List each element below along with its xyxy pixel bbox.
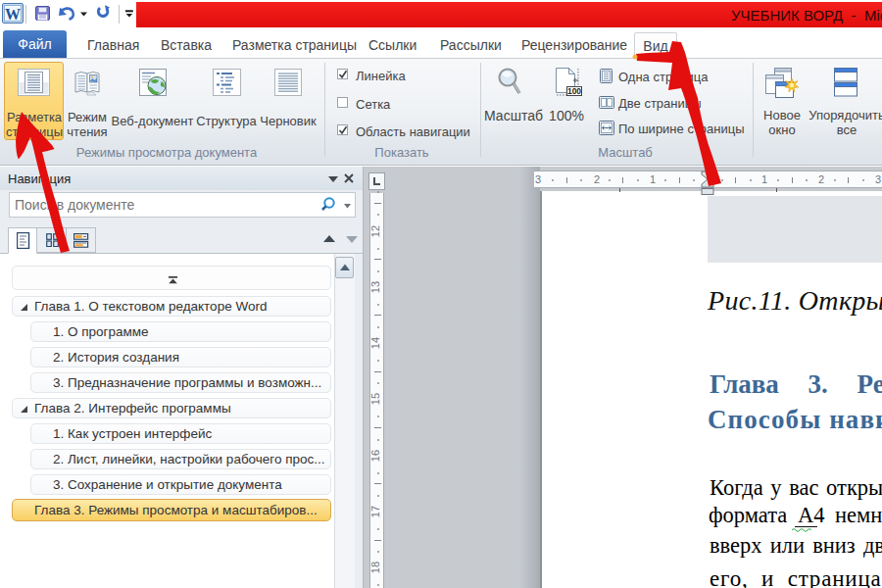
svg-text:100: 100 — [567, 86, 581, 96]
svg-text:W: W — [5, 6, 21, 23]
